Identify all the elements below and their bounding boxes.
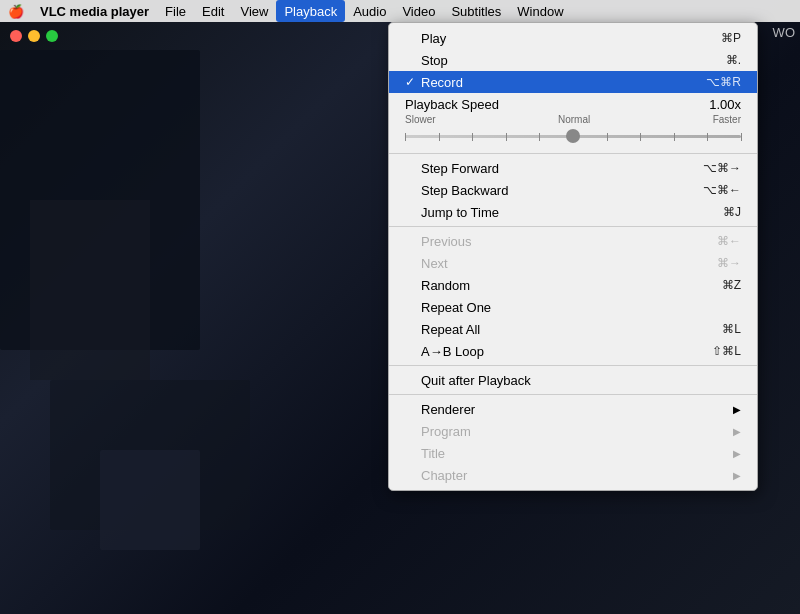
- traffic-lights: [10, 30, 58, 42]
- previous-label: Previous: [421, 234, 717, 249]
- renderer-label: Renderer: [421, 402, 733, 417]
- menu-item-step-forward[interactable]: Step Forward ⌥⌘→: [389, 157, 757, 179]
- repeat-one-label: Repeat One: [421, 300, 741, 315]
- view-menu[interactable]: View: [232, 0, 276, 22]
- menu-item-title[interactable]: Title ▶: [389, 442, 757, 464]
- playback-dropdown: Play ⌘P Stop ⌘. ✓ Record ⌥⌘R Playback Sp…: [388, 22, 758, 491]
- close-button[interactable]: [10, 30, 22, 42]
- playback-speed-section: Playback Speed 1.00x Slower Normal Faste…: [389, 93, 757, 150]
- menu-item-program[interactable]: Program ▶: [389, 420, 757, 442]
- playback-menu[interactable]: Playback: [276, 0, 345, 22]
- play-shortcut: ⌘P: [721, 31, 741, 45]
- jump-shortcut: ⌘J: [723, 205, 741, 219]
- record-checkmark: ✓: [405, 75, 421, 89]
- quit-after-label: Quit after Playback: [421, 373, 741, 388]
- step-backward-shortcut: ⌥⌘←: [703, 183, 741, 197]
- fullscreen-button[interactable]: [46, 30, 58, 42]
- record-label: Record: [421, 75, 706, 90]
- menu-item-play[interactable]: Play ⌘P: [389, 27, 757, 49]
- chapter-arrow: ▶: [733, 470, 741, 481]
- random-shortcut: ⌘Z: [722, 278, 741, 292]
- stop-shortcut: ⌘.: [726, 53, 741, 67]
- menu-item-record[interactable]: ✓ Record ⌥⌘R: [389, 71, 757, 93]
- menu-item-quit-after-playback[interactable]: Quit after Playback: [389, 369, 757, 391]
- edit-menu[interactable]: Edit: [194, 0, 232, 22]
- menu-item-stop[interactable]: Stop ⌘.: [389, 49, 757, 71]
- program-label: Program: [421, 424, 733, 439]
- repeat-all-label: Repeat All: [421, 322, 722, 337]
- speed-labels: Slower Normal Faster: [405, 114, 741, 125]
- renderer-arrow: ▶: [733, 404, 741, 415]
- subtitles-menu[interactable]: Subtitles: [443, 0, 509, 22]
- speed-header: Playback Speed 1.00x: [405, 97, 741, 112]
- menu-item-repeat-one[interactable]: Repeat One: [389, 296, 757, 318]
- speed-slower: Slower: [405, 114, 436, 125]
- record-shortcut: ⌥⌘R: [706, 75, 741, 89]
- menu-item-chapter[interactable]: Chapter ▶: [389, 464, 757, 486]
- previous-shortcut: ⌘←: [717, 234, 741, 248]
- title-arrow: ▶: [733, 448, 741, 459]
- repeat-all-shortcut: ⌘L: [722, 322, 741, 336]
- speed-thumb[interactable]: [566, 129, 580, 143]
- title-label: Title: [421, 446, 733, 461]
- speed-normal: Normal: [558, 114, 590, 125]
- next-shortcut: ⌘→: [717, 256, 741, 270]
- menu-item-previous[interactable]: Previous ⌘←: [389, 230, 757, 252]
- menu-item-step-backward[interactable]: Step Backward ⌥⌘←: [389, 179, 757, 201]
- menu-item-next[interactable]: Next ⌘→: [389, 252, 757, 274]
- menu-item-renderer[interactable]: Renderer ▶: [389, 398, 757, 420]
- video-menu[interactable]: Video: [394, 0, 443, 22]
- minimize-button[interactable]: [28, 30, 40, 42]
- speed-label: Playback Speed: [405, 97, 499, 112]
- menubar: 🍎 VLC media player File Edit View Playba…: [0, 0, 800, 22]
- app-menu[interactable]: VLC media player: [32, 0, 157, 22]
- menu-item-repeat-all[interactable]: Repeat All ⌘L: [389, 318, 757, 340]
- step-forward-shortcut: ⌥⌘→: [703, 161, 741, 175]
- top-right-label: WO: [773, 25, 795, 40]
- separator-4: [389, 394, 757, 395]
- play-label: Play: [421, 31, 721, 46]
- step-backward-label: Step Backward: [421, 183, 703, 198]
- separator-3: [389, 365, 757, 366]
- next-label: Next: [421, 256, 717, 271]
- menu-item-jump-to-time[interactable]: Jump to Time ⌘J: [389, 201, 757, 223]
- ab-loop-shortcut: ⇧⌘L: [712, 344, 741, 358]
- menu-item-random[interactable]: Random ⌘Z: [389, 274, 757, 296]
- jump-label: Jump to Time: [421, 205, 723, 220]
- speed-slider[interactable]: [405, 128, 741, 144]
- speed-track: [405, 135, 741, 138]
- speed-value: 1.00x: [709, 97, 741, 112]
- separator-2: [389, 226, 757, 227]
- stop-label: Stop: [421, 53, 726, 68]
- random-label: Random: [421, 278, 722, 293]
- ab-loop-label: A→B Loop: [421, 344, 712, 359]
- program-arrow: ▶: [733, 426, 741, 437]
- audio-menu[interactable]: Audio: [345, 0, 394, 22]
- apple-menu[interactable]: 🍎: [0, 0, 32, 22]
- speed-faster: Faster: [713, 114, 741, 125]
- chapter-label: Chapter: [421, 468, 733, 483]
- separator-1: [389, 153, 757, 154]
- step-forward-label: Step Forward: [421, 161, 703, 176]
- window-menu[interactable]: Window: [509, 0, 571, 22]
- menu-item-ab-loop[interactable]: A→B Loop ⇧⌘L: [389, 340, 757, 362]
- file-menu[interactable]: File: [157, 0, 194, 22]
